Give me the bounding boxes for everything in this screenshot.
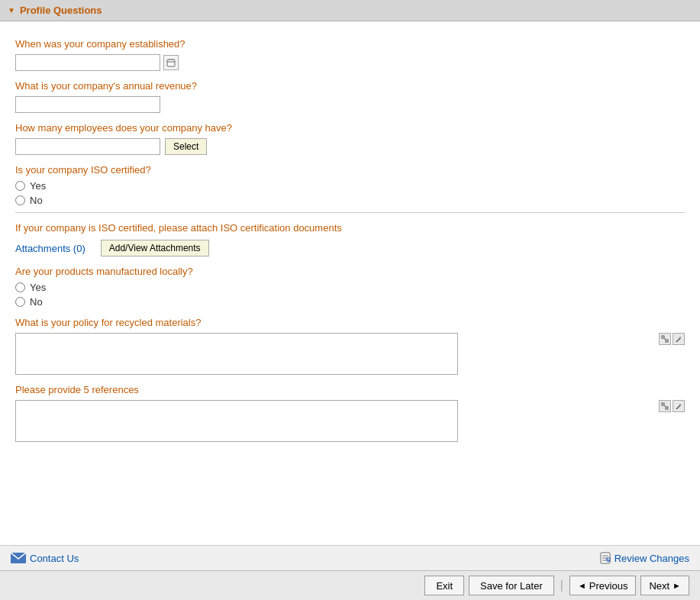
divider-1	[15, 212, 685, 213]
save-for-later-button[interactable]: Save for Later	[469, 576, 554, 595]
date-input-wrap	[15, 54, 685, 71]
references-textarea[interactable]	[15, 400, 458, 442]
iso-no-label[interactable]: No	[30, 195, 43, 206]
svg-rect-5	[666, 340, 668, 342]
svg-line-6	[664, 338, 666, 340]
review-changes-link[interactable]: Review Changes	[599, 552, 689, 564]
nav-divider: |	[560, 579, 563, 592]
recycled-icon-row	[659, 333, 685, 345]
iso-no-option: No	[15, 195, 685, 206]
date-input[interactable]	[15, 54, 160, 71]
recycled-policy-textarea[interactable]	[15, 333, 458, 375]
section-header: ▼ Profile Questions	[0, 0, 700, 21]
iso-yes-label[interactable]: Yes	[30, 180, 46, 192]
employees-wrap: Select	[15, 138, 685, 155]
q1-label: When was your company established?	[15, 38, 685, 50]
local-no-option: No	[15, 296, 685, 308]
attachments-link[interactable]: Attachments (0)	[15, 243, 85, 254]
edit-icon[interactable]	[673, 333, 685, 345]
next-arrow-icon: ►	[673, 581, 681, 590]
previous-button[interactable]: ◄ Previous	[569, 576, 636, 595]
q4-label: Is your company ISO certified?	[15, 164, 685, 176]
manufactured-locally-radio-group: Yes No	[15, 282, 685, 308]
q2-label: What is your company's annual revenue?	[15, 80, 685, 92]
local-no-label[interactable]: No	[30, 296, 43, 308]
svg-line-9	[664, 405, 666, 407]
collapse-icon[interactable]: ▼	[8, 6, 15, 15]
contact-us-label: Contact Us	[30, 553, 79, 564]
next-label: Next	[649, 580, 669, 592]
form-body: When was your company established? What …	[0, 21, 700, 545]
svg-rect-4	[662, 336, 664, 338]
recycled-textarea-icons	[659, 333, 685, 347]
edit-icon-2[interactable]	[673, 400, 685, 412]
recycled-policy-wrap	[15, 333, 685, 375]
references-icon-row	[659, 400, 685, 412]
local-yes-label[interactable]: Yes	[30, 282, 46, 293]
contact-us-link[interactable]: Contact Us	[11, 553, 79, 564]
attachments-row: Attachments (0) Add/View Attachments	[15, 240, 685, 256]
svg-rect-8	[666, 407, 668, 409]
previous-label: Previous	[589, 580, 628, 592]
svg-rect-7	[662, 403, 664, 405]
calendar-icon[interactable]	[163, 55, 179, 70]
q7-label: What is your policy for recycled materia…	[15, 317, 685, 328]
iso-yes-radio[interactable]	[15, 181, 25, 191]
expand-icon-2[interactable]	[659, 400, 671, 412]
svg-rect-0	[167, 60, 175, 66]
q3-label: How many employees does your company hav…	[15, 122, 685, 134]
next-button[interactable]: Next ►	[640, 576, 689, 595]
references-wrap	[15, 400, 685, 442]
q5-label: If your company is ISO certified, please…	[15, 222, 685, 234]
select-button[interactable]: Select	[165, 138, 207, 155]
page-wrapper: ▼ Profile Questions When was your compan…	[0, 0, 700, 600]
iso-yes-option: Yes	[15, 180, 685, 192]
expand-icon[interactable]	[659, 333, 671, 345]
q8-label: Please provide 5 references	[15, 384, 685, 395]
local-yes-radio[interactable]	[15, 282, 25, 292]
section-title: Profile Questions	[20, 5, 102, 16]
employees-input[interactable]	[15, 138, 160, 155]
envelope-icon	[11, 553, 26, 563]
revenue-input[interactable]	[15, 96, 160, 113]
local-yes-option: Yes	[15, 282, 685, 293]
prev-arrow-icon: ◄	[578, 581, 586, 590]
references-textarea-icons	[659, 400, 685, 414]
q6-label: Are your products manufactured locally?	[15, 266, 685, 277]
iso-no-radio[interactable]	[15, 195, 25, 205]
review-changes-label: Review Changes	[615, 553, 689, 564]
local-no-radio[interactable]	[15, 297, 25, 307]
review-changes-icon	[599, 552, 611, 564]
iso-certified-radio-group: Yes No	[15, 180, 685, 206]
nav-bar: Exit Save for Later | ◄ Previous Next ►	[0, 570, 700, 600]
add-attachment-button[interactable]: Add/View Attachments	[101, 240, 209, 256]
footer-bar: Contact Us Review Changes	[0, 545, 700, 570]
exit-button[interactable]: Exit	[424, 576, 464, 595]
